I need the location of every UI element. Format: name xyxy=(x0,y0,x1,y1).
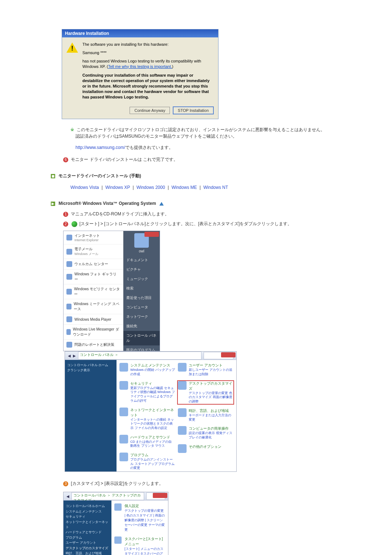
start-item[interactable]: ウェルカム センター xyxy=(64,259,123,270)
back-icon[interactable]: ◀ xyxy=(68,354,71,358)
dialog-titlebar: Hardware Installation xyxy=(62,29,218,37)
step-6-badge: 6 xyxy=(63,157,68,162)
control-panel-item[interactable]: コントロール パネル xyxy=(123,331,160,345)
link-windows-nt[interactable]: Windows NT xyxy=(203,185,228,190)
close-icon xyxy=(144,232,159,237)
start-right-item[interactable]: 最近使った項目 xyxy=(123,293,160,303)
control-panel-home-screenshot: ◀ ▶ コントロール パネル ＞ コントロール パネル ホーム クラシック表示 … xyxy=(65,351,237,472)
vista-step-1: 1 マニュアルCDをCD-ROMドライブに挿入します。 xyxy=(63,211,330,217)
start-right-item[interactable]: 接続先 xyxy=(123,321,160,331)
address-bar[interactable]: コントロールパネル ＞ デスクトップのカスタマイズ ＞ xyxy=(72,492,144,500)
start-right-item[interactable]: 検索 xyxy=(123,284,160,293)
step-3-badge: 3 xyxy=(63,481,68,486)
start-item[interactable]: Windows モビリティ センター xyxy=(64,284,123,299)
vista-step-2: 2 [スタート] > [コントロールパネル]とクリックします。次に、[表示とカス… xyxy=(63,221,330,227)
cp-side-item[interactable]: ハードウェアとサウンド xyxy=(66,530,109,535)
vista-section-heading: ▶ Microsoft® Windows Vista™ Operating Sy… xyxy=(51,201,330,206)
continue-anyway-button[interactable]: Continue Anyway xyxy=(130,107,170,114)
logo-note: ※ このモニタードライバはマイクロソフトロゴに認定されており、インストールがシス… xyxy=(70,126,330,151)
start-right-item[interactable]: ピクチャ xyxy=(123,265,160,274)
check-x-icon: ※ xyxy=(70,127,74,132)
cp-side-home[interactable]: コントロール パネル ホーム xyxy=(67,363,114,368)
cp-side-item[interactable]: コントロールパネルホーム xyxy=(66,503,109,509)
link-windows-2000[interactable]: Windows 2000 xyxy=(136,185,165,190)
samsung-url-link[interactable]: http://www.samsung.com/ xyxy=(75,145,125,150)
cp-side-classic[interactable]: クラシック表示 xyxy=(67,368,114,373)
tell-me-link[interactable]: Tell me why this testing is important. xyxy=(108,64,172,69)
start-item[interactable]: Windows ミーティング スペース xyxy=(64,299,123,314)
address-bar[interactable]: コントロール パネル ＞ xyxy=(78,352,201,360)
hardware-installation-dialog: Hardware Installation ! The software you… xyxy=(62,29,219,119)
cp-category-appearance-highlighted[interactable]: デスクトップのカスタマイズデスクトップの背景の変更 色のカスタマイズ 画面の解像… xyxy=(178,381,233,404)
cp-side-item[interactable]: セキュリティ xyxy=(66,514,109,519)
cp-side-item[interactable]: システムとメンテナンス xyxy=(66,509,109,514)
start-item[interactable]: Windows Media Player xyxy=(64,314,123,325)
section-arrow-icon: ▶ xyxy=(51,202,55,206)
step-1-badge: 1 xyxy=(63,212,68,217)
start-right-item[interactable]: 既定のプログラム xyxy=(123,345,160,351)
cp-category[interactable]: その他のオプション xyxy=(178,444,233,453)
close-icon xyxy=(221,352,236,357)
cp-category[interactable]: ユーザー アカウント新しユーザー アカウントの追加または削除 xyxy=(178,363,233,376)
link-windows-xp[interactable]: Windows XP xyxy=(105,185,130,190)
start-item[interactable]: インターネットInternet Explorer xyxy=(64,231,123,244)
start-right-item[interactable]: コンピュータ xyxy=(123,303,160,312)
cp-category[interactable]: プログラムプログラムのアンインストール スタートアップ プログラムの変更 xyxy=(119,453,175,470)
dialog-logo-test: has not passed Windows Logo testing to v… xyxy=(82,58,214,69)
start-item[interactable]: Windows Live Messenger ダウンロード xyxy=(64,325,123,340)
cp-side-item[interactable]: ユーザー アカウント xyxy=(66,540,109,545)
appearance-customize-screenshot: ◀ コントロールパネル ＞ デスクトップのカスタマイズ ＞ コントロールパネルホ… xyxy=(63,492,168,555)
stop-installation-button[interactable]: STOP Installation xyxy=(173,106,214,114)
close-icon xyxy=(153,493,167,498)
cp-side-item[interactable]: 時計、言語、および地域 xyxy=(66,551,109,555)
cp-category[interactable]: ハードウェアとサウンドCD または他のメディアの自動再生 プリンタ マウス xyxy=(119,435,175,448)
cp-side-item[interactable]: プログラム xyxy=(66,535,109,540)
cp-category[interactable]: コンピュータの簡単操作設定の提案の表示 視覚ディスプレイの最適化 xyxy=(178,426,233,439)
forward-icon[interactable]: ▶ xyxy=(73,354,76,358)
warning-icon: ! xyxy=(66,42,78,53)
dialog-line1: The software you are installing for this… xyxy=(82,42,214,47)
step-6: 6 モニター ドライバのインストールは これで完了です。 xyxy=(63,157,330,163)
link-windows-vista[interactable]: Windows Vista xyxy=(70,185,99,190)
cp-category[interactable]: システムとメンテナンスWindows の開始 バックアップの作成 xyxy=(119,363,175,376)
start-menu-screenshot: インターネットInternet Explorer 電子メールWindows メー… xyxy=(63,231,160,351)
up-triangle-icon xyxy=(159,202,164,206)
start-orb-icon xyxy=(72,221,77,227)
section-manual-install: ◼ モニタードライバーのインストール (手動) xyxy=(51,173,330,179)
device-name: Samsung **** xyxy=(82,50,214,56)
start-right-item[interactable]: ミュージック xyxy=(123,274,160,284)
cp-side-item-active[interactable]: デスクトップのカスタマイズ xyxy=(66,546,109,551)
step-2-badge: 2 xyxy=(63,222,68,227)
start-item[interactable]: 問題のレポートと解決策 xyxy=(64,340,123,350)
cp-category[interactable]: 時計、言語、および地域キーボードまたは入力方法の変更 xyxy=(178,408,233,422)
cp-category[interactable]: ネットワークとインターネットインターネットへの接続 ネットワークの状態とタスクの… xyxy=(119,408,175,430)
cp-category[interactable]: セキュリティ更新プログラムの確認 セキュリティ状態の確認 Windows ファイ… xyxy=(119,381,175,403)
start-item[interactable]: Windows フォト ギャラリー xyxy=(64,270,123,284)
dialog-text: The software you are installing for this… xyxy=(82,42,214,100)
start-right-item[interactable]: ドキュメント xyxy=(123,255,160,265)
start-item[interactable]: 電子メールWindows メール xyxy=(64,244,123,259)
vista-step-3: 3 [カスタマイズ] > [表示設定]をクリックします。 xyxy=(63,481,330,487)
customize-item[interactable]: タスクバーと[スタート]メニュー[スタート] メニューのカスタマイズ | タスク… xyxy=(114,536,165,555)
link-windows-me[interactable]: Windows ME xyxy=(171,185,197,190)
section-bullet-icon: ◼ xyxy=(51,174,55,178)
back-icon[interactable]: ◀ xyxy=(66,494,69,498)
customize-item[interactable]: 個人設定デスクトップの背景の変更 | 色のカスタマイズ | 画面の解像度の調整 … xyxy=(114,503,165,532)
cp-side-item[interactable]: ネットワークとインターネット xyxy=(66,519,109,530)
dialog-warning-bold: Continuing your installation of this sof… xyxy=(82,73,214,100)
os-link-row: Windows Vista | Windows XP | Windows 200… xyxy=(70,185,330,190)
start-right-item[interactable]: ネットワーク xyxy=(123,312,160,321)
